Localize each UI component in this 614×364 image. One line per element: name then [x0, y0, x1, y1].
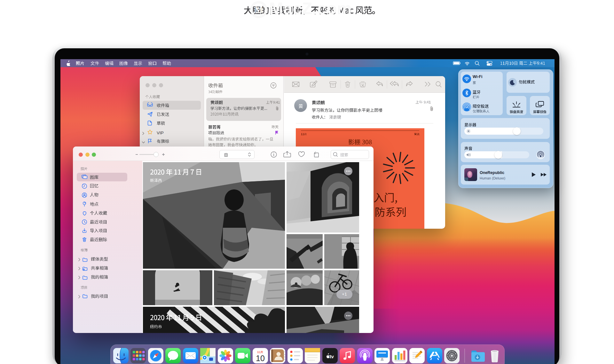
svg-text:M: M [255, 5, 263, 15]
svg-text:tv: tv [330, 354, 334, 359]
svg-text:10: 10 [256, 354, 265, 363]
